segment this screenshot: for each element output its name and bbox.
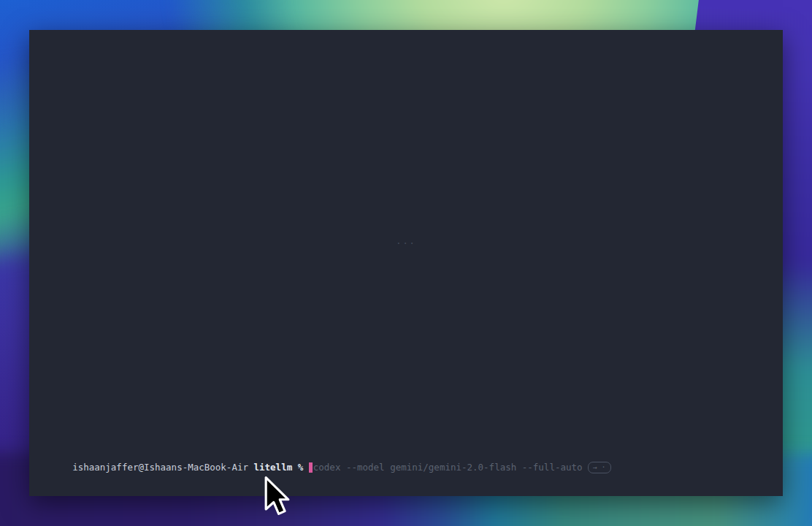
- desktop-wallpaper: ··· ishaanjaffer@Ishaans-MacBook-Air lit…: [0, 0, 812, 526]
- prompt-user-host: ishaanjaffer@Ishaans-MacBook-Air: [72, 462, 248, 473]
- prompt-directory: litellm: [254, 462, 293, 473]
- prompt-autosuggestion: codex --model gemini/gemini-2.0-flash --…: [313, 462, 583, 473]
- prompt-spacer: [292, 462, 298, 473]
- accept-suggestion-hint-badge: → ·: [588, 462, 611, 473]
- prompt-spacer: [303, 462, 309, 473]
- mouse-pointer-icon: [264, 476, 290, 517]
- terminal-window[interactable]: ··· ishaanjaffer@Ishaans-MacBook-Air lit…: [29, 30, 783, 496]
- terminal-prompt-line[interactable]: ishaanjaffer@Ishaans-MacBook-Air litellm…: [39, 450, 775, 485]
- text-cursor: [309, 462, 313, 473]
- prompt-spacer: [248, 462, 254, 473]
- loading-dots: ···: [396, 238, 416, 248]
